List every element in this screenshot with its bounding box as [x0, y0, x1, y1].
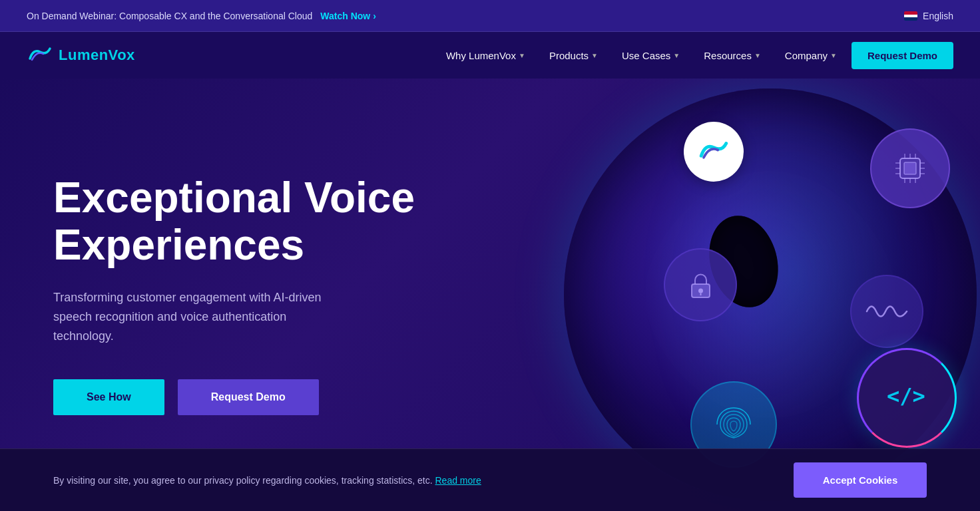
nav-resources[interactable]: Resources ▼	[694, 45, 770, 67]
chevron-down-icon: ▼	[673, 52, 680, 59]
navbar: LumenVox Why LumenVox ▼ Products ▼ Use C…	[0, 32, 980, 79]
chevron-down-icon: ▼	[519, 52, 525, 59]
hero-section: Exceptional Voice Experiences Transformi…	[0, 79, 980, 511]
fingerprint-icon	[707, 398, 760, 451]
hero-title: Exceptional Voice Experiences	[53, 174, 453, 268]
svg-point-15	[698, 288, 703, 293]
hero-buttons: See How Request Demo	[53, 379, 453, 415]
svg-text:</>: </>	[887, 383, 925, 409]
chip-icon	[890, 148, 930, 188]
nav-label: Use Cases	[622, 50, 670, 61]
nav-products[interactable]: Products ▼	[540, 45, 607, 67]
logo-text: LumenVox	[59, 47, 135, 64]
hero-visual: </>	[521, 95, 980, 494]
top-banner: On Demand Webinar: Composable CX and the…	[0, 0, 980, 32]
logo-icon	[27, 45, 53, 65]
banner-announcement: On Demand Webinar: Composable CX and the…	[27, 11, 376, 21]
nav-label: Why LumenVox	[446, 50, 516, 61]
nav-why-lumenvox[interactable]: Why LumenVox ▼	[437, 45, 535, 67]
lock-circle	[664, 248, 737, 321]
cookie-text: By visiting our site, you agree to our p…	[53, 475, 767, 486]
arrow-icon: ›	[373, 11, 376, 21]
request-demo-button[interactable]: Request Demo	[852, 42, 953, 69]
nav-label: Resources	[704, 50, 752, 61]
logo[interactable]: LumenVox	[27, 45, 135, 65]
hero-content: Exceptional Voice Experiences Transformi…	[53, 174, 453, 415]
watch-now-link[interactable]: Watch Now ›	[320, 11, 376, 21]
svg-rect-1	[904, 162, 916, 174]
language-selector[interactable]: English	[904, 11, 953, 21]
nav-company[interactable]: Company ▼	[776, 45, 846, 67]
request-demo-hero-button[interactable]: Request Demo	[178, 379, 319, 415]
chevron-down-icon: ▼	[830, 52, 837, 59]
lumenvox-logo-icon	[697, 138, 730, 165]
code-circle: </>	[857, 348, 957, 448]
accept-cookies-button[interactable]: Accept Cookies	[794, 462, 927, 498]
wave-circle	[850, 275, 923, 348]
see-how-button[interactable]: See How	[53, 379, 164, 415]
logo-circle	[684, 122, 744, 182]
nav-use-cases[interactable]: Use Cases ▼	[612, 45, 689, 67]
cookie-message: By visiting our site, you agree to our p…	[53, 475, 433, 486]
main-sphere: </>	[564, 88, 977, 501]
language-label: English	[923, 11, 953, 21]
chevron-down-icon: ▼	[591, 52, 598, 59]
cookie-banner: By visiting our site, you agree to our p…	[0, 448, 980, 511]
watch-now-label: Watch Now	[320, 11, 370, 21]
flag-icon	[904, 11, 917, 21]
announcement-text: On Demand Webinar: Composable CX and the…	[27, 11, 312, 21]
wave-icon	[863, 298, 910, 325]
chip-circle	[870, 128, 950, 208]
nav-label: Company	[785, 50, 828, 61]
read-more-link[interactable]: Read more	[435, 475, 481, 486]
hero-subtitle: Transforming customer engagement with AI…	[53, 288, 333, 345]
lock-icon	[682, 267, 719, 303]
chevron-down-icon: ▼	[754, 52, 761, 59]
nav-label: Products	[549, 50, 589, 61]
code-icon: </>	[880, 378, 933, 418]
nav-links: Why LumenVox ▼ Products ▼ Use Cases ▼ Re…	[437, 42, 953, 69]
